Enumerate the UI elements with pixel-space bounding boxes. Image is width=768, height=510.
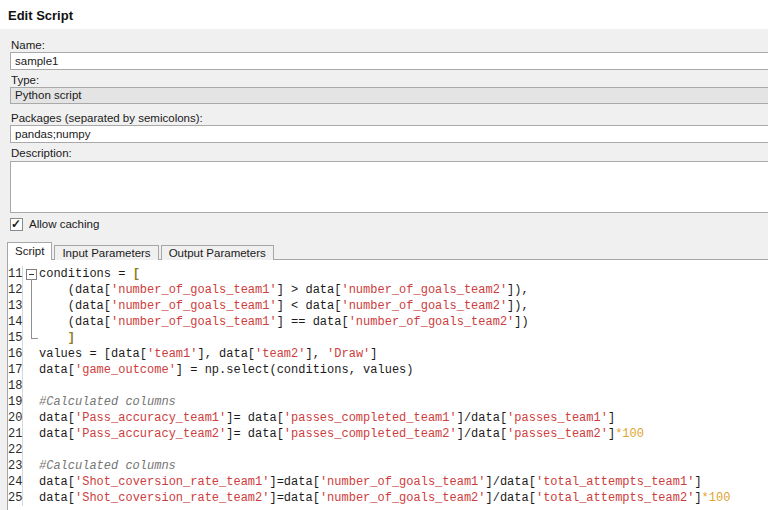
line-number: 23 [8,458,23,474]
code-line[interactable]: 19#Calculated columns [8,394,768,410]
dialog-header: Edit Script [0,0,768,29]
edit-script-dialog: { "window": { "title": "Edit Script" }, … [0,0,768,510]
fold-margin [23,410,39,426]
fold-margin [23,394,39,410]
fold-margin [23,346,39,362]
code-line-text: #Calculated columns [39,394,176,410]
checkmark-icon: ✓ [11,217,21,231]
line-number: 19 [8,394,23,410]
line-number: 20 [8,410,23,426]
fold-margin [23,378,39,394]
fold-margin [23,474,39,490]
code-line[interactable]: 23#Calculated columns [8,458,768,474]
code-line[interactable]: 16values = [data['team1'], data['team2']… [8,346,768,362]
code-line-text: conditions = [ [39,266,140,282]
type-field[interactable]: Python script [10,87,768,104]
code-line-text: data['Pass_accuracy_team2']= data['passe… [39,426,644,442]
code-line[interactable]: 20data['Pass_accuracy_team1']= data['pas… [8,410,768,426]
fold-margin-marker[interactable] [23,266,39,282]
fold-margin-marker [23,282,39,298]
line-number: 13 [8,298,23,314]
fold-collapse-icon[interactable] [26,269,37,280]
line-number: 25 [8,490,23,506]
line-number: 11 [8,266,23,282]
fold-margin-marker [23,298,39,314]
code-line[interactable]: 21data['Pass_accuracy_team2']= data['pas… [8,426,768,442]
line-number: 14 [8,314,23,330]
script-tab-panel: 11conditions = [12 (data['number_of_goal… [7,259,768,510]
code-line-text: data['game_outcome'] = np.select(conditi… [39,362,413,378]
code-line-text: #Calculated columns [39,458,176,474]
line-number: 24 [8,474,23,490]
tab-output-parameters[interactable]: Output Parameters [161,245,274,260]
code-line-text: (data['number_of_goals_team1'] < data['n… [39,298,529,314]
line-number: 18 [8,378,23,394]
line-number: 15 [8,330,23,346]
line-number: 17 [8,362,23,378]
code-line[interactable]: 11conditions = [ [8,266,768,282]
tab-script[interactable]: Script [7,242,52,260]
code-line[interactable]: 14 (data['number_of_goals_team1'] == dat… [8,314,768,330]
fold-margin [23,362,39,378]
line-number: 21 [8,426,23,442]
code-lines: 11conditions = [12 (data['number_of_goal… [8,266,768,506]
code-line[interactable]: 25data['Shot_coversion_rate_team2']=data… [8,490,768,506]
code-line-text: data['Shot_coversion_rate_team1']=data['… [39,474,702,490]
fold-margin-marker [23,330,39,346]
code-line-text: (data['number_of_goals_team1'] == data['… [39,314,529,330]
code-editor[interactable]: 11conditions = [12 (data['number_of_goal… [8,260,768,510]
code-line-text: (data['number_of_goals_team1'] > data['n… [39,282,529,298]
code-line[interactable]: 22 [8,442,768,458]
description-input[interactable] [10,161,768,213]
fold-margin [23,426,39,442]
packages-input[interactable] [10,125,768,143]
fold-margin [23,490,39,506]
type-label: Type: [11,74,39,86]
name-input[interactable] [10,52,768,70]
code-line[interactable]: 18 [8,378,768,394]
line-number: 12 [8,282,23,298]
dialog-title: Edit Script [8,8,73,23]
description-label: Description: [11,147,72,159]
fold-margin-marker [23,314,39,330]
line-number: 22 [8,442,23,458]
fold-margin [23,458,39,474]
name-label: Name: [11,39,45,51]
code-line-text: ] [39,330,75,346]
packages-label: Packages (separated by semicolons): [11,112,203,124]
line-number: 16 [8,346,23,362]
allow-caching-label: Allow caching [29,218,99,230]
tab-input-parameters[interactable]: Input Parameters [54,245,158,260]
allow-caching-checkbox[interactable]: ✓ [10,218,23,231]
code-line[interactable]: 24data['Shot_coversion_rate_team1']=data… [8,474,768,490]
code-line[interactable]: 12 (data['number_of_goals_team1'] > data… [8,282,768,298]
code-line[interactable]: 17data['game_outcome'] = np.select(condi… [8,362,768,378]
code-line-text: values = [data['team1'], data['team2'], … [39,346,378,362]
code-line[interactable]: 15 ] [8,330,768,346]
fold-margin [23,442,39,458]
code-line[interactable]: 13 (data['number_of_goals_team1'] < data… [8,298,768,314]
code-line-text: data['Pass_accuracy_team1']= data['passe… [39,410,615,426]
code-line-text: data['Shot_coversion_rate_team2']=data['… [39,490,730,506]
tab-bar: Script Input Parameters Output Parameter… [7,242,276,260]
